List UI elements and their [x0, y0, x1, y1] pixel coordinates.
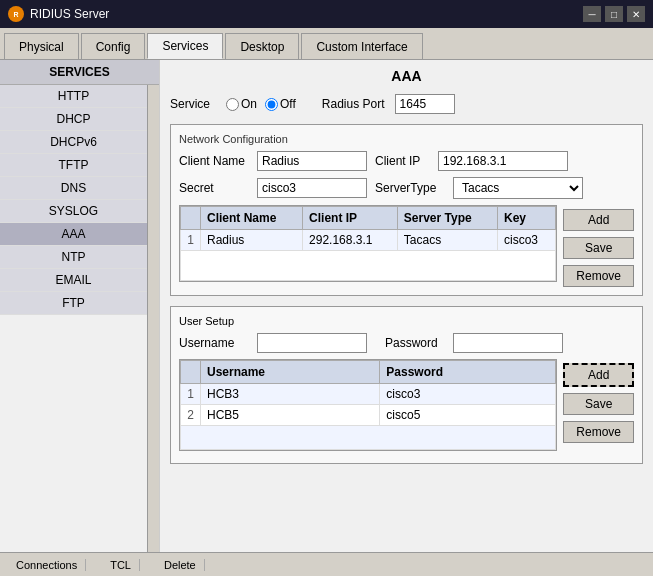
sidebar-item-http[interactable]: HTTP: [0, 85, 147, 108]
col-client-ip-header: Client IP: [303, 207, 398, 230]
client-ip-input[interactable]: [438, 151, 568, 171]
sidebar-item-aaa[interactable]: AAA: [0, 223, 147, 246]
user-col-password: Password: [380, 361, 556, 384]
user-setup-title: User Setup: [179, 315, 634, 327]
server-type-label: ServerType: [375, 181, 445, 195]
service-on-label: On: [241, 97, 257, 111]
network-config-box: Network Configuration Client Name Client…: [170, 124, 643, 296]
user-row1-username: HCB3: [201, 384, 380, 405]
password-label: Password: [385, 336, 445, 350]
service-on-option[interactable]: On: [226, 97, 257, 111]
user-add-button[interactable]: Add: [563, 363, 634, 387]
username-input[interactable]: [257, 333, 367, 353]
secret-label: Secret: [179, 181, 249, 195]
row-num: 1: [181, 230, 201, 251]
tab-services[interactable]: Services: [147, 33, 223, 59]
user-save-button[interactable]: Save: [563, 393, 634, 415]
service-off-option[interactable]: Off: [265, 97, 296, 111]
tab-config[interactable]: Config: [81, 33, 146, 59]
user-setup-box: User Setup Username Password Userna: [170, 306, 643, 464]
page-title: AAA: [170, 68, 643, 84]
sidebar-item-email[interactable]: EMAIL: [0, 269, 147, 292]
sidebar-item-tftp[interactable]: TFTP: [0, 154, 147, 177]
title-bar: R RIDIUS Server ─ □ ✕: [0, 0, 653, 28]
client-ip-label: Client IP: [375, 154, 430, 168]
user-table-wrapper: Username Password 1 HCB3 cisco3: [179, 359, 557, 455]
svg-text:R: R: [13, 11, 18, 18]
user-remove-button[interactable]: Remove: [563, 421, 634, 443]
user-table-container: Username Password 1 HCB3 cisco3: [179, 359, 557, 451]
user-action-buttons: Add Save Remove: [563, 363, 634, 443]
user-row1-password: cisco3: [380, 384, 556, 405]
tab-desktop[interactable]: Desktop: [225, 33, 299, 59]
network-table-section: Client Name Client IP Server Type Key 1 …: [179, 205, 634, 287]
radius-port-label: Radius Port: [322, 97, 385, 111]
network-remove-button[interactable]: Remove: [563, 265, 634, 287]
table-row[interactable]: 1 Radius 292.168.3.1 Tacacs cisco3: [181, 230, 556, 251]
client-name-label: Client Name: [179, 154, 249, 168]
col-client-name-header: Client Name: [201, 207, 303, 230]
user-row2-username: HCB5: [201, 405, 380, 426]
maximize-button[interactable]: □: [605, 6, 623, 22]
row-server-type: Tacacs: [397, 230, 497, 251]
password-input[interactable]: [453, 333, 563, 353]
sidebar-item-dhcpv6[interactable]: DHCPv6: [0, 131, 147, 154]
status-bar: Connections TCL Delete: [0, 552, 653, 576]
user-row1-num: 1: [181, 384, 201, 405]
network-config-title: Network Configuration: [179, 133, 634, 145]
network-table: Client Name Client IP Server Type Key 1 …: [180, 206, 556, 281]
network-table-wrapper: Client Name Client IP Server Type Key 1 …: [179, 205, 557, 286]
sidebar-item-dhcp[interactable]: DHCP: [0, 108, 147, 131]
user-col-num: [181, 361, 201, 384]
tab-bar: Physical Config Services Desktop Custom …: [0, 28, 653, 60]
service-off-radio[interactable]: [265, 98, 278, 111]
service-off-label: Off: [280, 97, 296, 111]
user-table: Username Password 1 HCB3 cisco3: [180, 360, 556, 450]
sidebar-item-syslog[interactable]: SYSLOG: [0, 200, 147, 223]
sidebar: SERVICES HTTP DHCP DHCPv6 TFTP DNS SYSLO…: [0, 60, 160, 552]
client-name-input[interactable]: [257, 151, 367, 171]
network-table-container: Client Name Client IP Server Type Key 1 …: [179, 205, 557, 282]
service-label: Service: [170, 97, 210, 111]
content-area: AAA Service On Off Radius Port Network C…: [160, 60, 653, 552]
username-row: Username Password: [179, 333, 634, 353]
tab-physical[interactable]: Physical: [4, 33, 79, 59]
status-connections: Connections: [8, 559, 86, 571]
secret-input[interactable]: [257, 178, 367, 198]
radius-port-input[interactable]: [395, 94, 455, 114]
sidebar-item-ntp[interactable]: NTP: [0, 246, 147, 269]
row-key: cisco3: [498, 230, 556, 251]
minimize-button[interactable]: ─: [583, 6, 601, 22]
username-label: Username: [179, 336, 249, 350]
secret-row: Secret ServerType Tacacs Radius: [179, 177, 634, 199]
status-tcl: TCL: [102, 559, 140, 571]
user-table-section: Username Password 1 HCB3 cisco3: [179, 359, 634, 455]
user-col-username: Username: [201, 361, 380, 384]
user-table-row-empty: [181, 426, 556, 450]
col-key-header: Key: [498, 207, 556, 230]
sidebar-item-ftp[interactable]: FTP: [0, 292, 147, 315]
window-controls: ─ □ ✕: [583, 6, 645, 22]
col-server-type-header: Server Type: [397, 207, 497, 230]
network-save-button[interactable]: Save: [563, 237, 634, 259]
close-button[interactable]: ✕: [627, 6, 645, 22]
user-table-row[interactable]: 1 HCB3 cisco3: [181, 384, 556, 405]
client-name-row: Client Name Client IP: [179, 151, 634, 171]
tab-custom-interface[interactable]: Custom Interface: [301, 33, 422, 59]
main-layout: SERVICES HTTP DHCP DHCPv6 TFTP DNS SYSLO…: [0, 60, 653, 552]
server-type-select[interactable]: Tacacs Radius: [453, 177, 583, 199]
table-row-empty: [181, 251, 556, 281]
user-row2-num: 2: [181, 405, 201, 426]
sidebar-header: SERVICES: [0, 60, 159, 85]
sidebar-item-dns[interactable]: DNS: [0, 177, 147, 200]
status-delete: Delete: [156, 559, 205, 571]
network-add-button[interactable]: Add: [563, 209, 634, 231]
user-table-row[interactable]: 2 HCB5 cisco5: [181, 405, 556, 426]
app-icon: R: [8, 6, 24, 22]
app-title: RIDIUS Server: [30, 7, 109, 21]
network-action-buttons: Add Save Remove: [563, 209, 634, 287]
row-client-ip: 292.168.3.1: [303, 230, 398, 251]
service-on-radio[interactable]: [226, 98, 239, 111]
user-row2-password: cisco5: [380, 405, 556, 426]
sidebar-scrollbar[interactable]: [147, 85, 159, 552]
